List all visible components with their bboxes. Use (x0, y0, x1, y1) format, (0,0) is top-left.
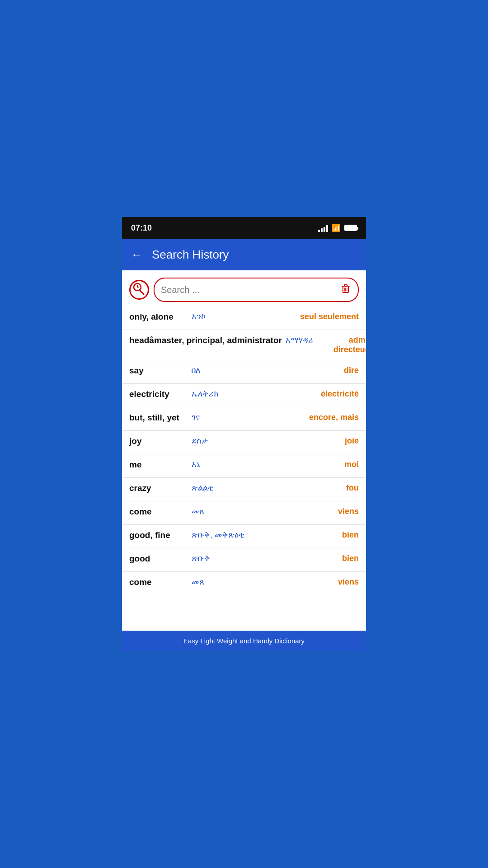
table-row[interactable]: good, fine ጽቡቅ, መቅጽዕቲ bien (122, 525, 366, 548)
amharic-word: ጽልልቲ (188, 483, 346, 493)
table-row[interactable]: electricity ኤለትሪክ électricité (122, 384, 366, 407)
english-word: say (129, 366, 188, 376)
english-word: good, fine (129, 530, 188, 540)
amharic-word: መጸ (188, 507, 338, 516)
clear-history-button[interactable] (340, 283, 352, 297)
table-row[interactable]: good ጽቡቅ bien (122, 548, 366, 572)
app-bar-title: Search History (152, 248, 229, 262)
amharic-word: አማሃዳሪ (282, 335, 317, 345)
amharic-word: እኔ (188, 460, 344, 469)
table-row[interactable]: but, still, yet ገና encore, mais (122, 407, 366, 431)
english-word: headåmaster, principal, administrator (129, 335, 282, 345)
english-word: but, still, yet (129, 413, 188, 423)
english-word: joy (129, 436, 188, 446)
english-word: come (129, 507, 188, 517)
french-word: bien (342, 554, 359, 563)
amharic-word: ገና (188, 413, 309, 422)
main-content: only, alone እንኮ seul seulement headåmast… (122, 270, 366, 631)
table-row[interactable]: crazy ጽልልቲ fou (122, 478, 366, 501)
amharic-word: ደስታ (188, 436, 345, 446)
english-word: only, alone (129, 312, 188, 322)
status-bar: 07:10 📶 (122, 217, 366, 239)
french-word: seul seulement (300, 312, 359, 321)
amharic-word: ጽቡቅ, መቅጽዕቲ (188, 530, 342, 540)
search-history-icon (129, 280, 149, 300)
french-word: moi (344, 460, 359, 469)
french-word: viens (338, 507, 359, 516)
table-row[interactable]: say በለ dire (122, 360, 366, 384)
english-word: electricity (129, 389, 188, 399)
table-row[interactable]: come መጸ viens (122, 501, 366, 525)
french-word: dire (344, 366, 359, 375)
english-word: come (129, 577, 188, 587)
svg-line-3 (140, 291, 144, 294)
search-input[interactable] (161, 285, 340, 295)
phone-container: 07:10 📶 ← Search History (122, 217, 366, 651)
english-word: crazy (129, 483, 188, 493)
french-word: bien (342, 530, 359, 540)
table-row[interactable]: only, alone እንኮ seul seulement (122, 307, 366, 330)
table-row[interactable]: headåmaster, principal, administrator አማ… (122, 330, 366, 360)
battery-icon (344, 225, 357, 231)
french-word: viens (338, 577, 359, 587)
french-word: encore, mais (309, 413, 359, 422)
french-word: fou (346, 483, 359, 493)
search-clock-svg (132, 283, 146, 297)
french-word: administrateur, directeur, directeur (317, 335, 366, 354)
french-word: électricité (321, 389, 359, 399)
english-word: good (129, 554, 188, 564)
amharic-word: ጽቡቅ (188, 554, 342, 563)
search-input-wrapper (154, 278, 359, 302)
search-container (122, 270, 366, 307)
amharic-word: በለ (188, 366, 344, 375)
status-icons: 📶 (318, 224, 357, 232)
english-word: me (129, 460, 188, 470)
french-word: joie (345, 436, 359, 446)
amharic-word: መጸ (188, 577, 338, 587)
amharic-word: እንኮ (188, 312, 300, 321)
table-row[interactable]: joy ደስታ joie (122, 431, 366, 454)
footer-text: Easy Light Weight and Handy Dictionary (183, 637, 305, 645)
signal-icon (318, 224, 328, 232)
amharic-word: ኤለትሪክ (188, 389, 321, 399)
table-row[interactable]: me እኔ moi (122, 454, 366, 478)
table-row[interactable]: come መጸ viens (122, 572, 366, 595)
footer: Easy Light Weight and Handy Dictionary (122, 631, 366, 651)
dictionary-list: only, alone እንኮ seul seulement headåmast… (122, 307, 366, 631)
back-button[interactable]: ← (131, 248, 143, 262)
app-bar: ← Search History (122, 239, 366, 270)
wifi-icon: 📶 (332, 224, 341, 232)
status-time: 07:10 (131, 223, 152, 233)
